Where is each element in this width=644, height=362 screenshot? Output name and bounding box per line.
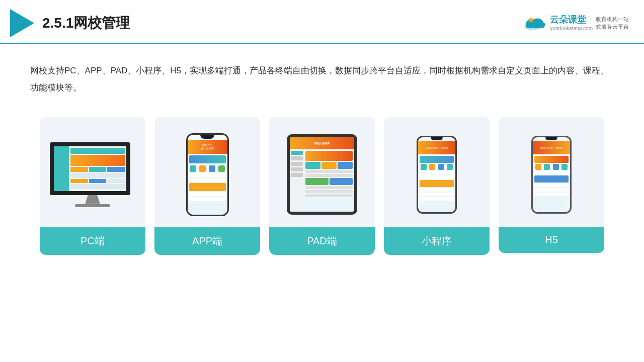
card-pad-image: 职场人的同课 xyxy=(269,127,375,222)
card-pc: PC端 xyxy=(40,117,145,255)
card-app-image: 职场人的第一堂同课 xyxy=(154,127,260,222)
brand-logo: 云朵课堂 yunduoketang.com 教育机构一站 式服务云平台 xyxy=(523,15,629,32)
cloud-icon xyxy=(523,15,547,31)
header-left: 2.5.1网校管理 xyxy=(10,9,130,37)
card-miniprogram: 职场人的第一堂同课 xyxy=(384,117,490,255)
brand-tagline: 教育机构一站 式服务云平台 xyxy=(596,16,629,31)
header-right: 云朵课堂 yunduoketang.com 教育机构一站 式服务云平台 xyxy=(523,15,629,32)
card-pad: 职场人的同课 xyxy=(269,117,375,255)
phone-app-icon: 职场人的第一堂同课 xyxy=(186,133,229,216)
tablet-pad-icon: 职场人的同课 xyxy=(287,134,357,215)
card-pc-image xyxy=(40,127,145,222)
brand-name: 云朵课堂 xyxy=(550,15,593,26)
card-h5-image: 职场人的第一堂同课 xyxy=(499,127,604,222)
logo-triangle-icon xyxy=(10,9,34,37)
card-h5: 职场人的第一堂同课 xyxy=(499,117,604,255)
description-paragraph: 网校支持PC、APP、PAD、小程序、H5，实现多端打通，产品各终端自由切换，数… xyxy=(30,62,614,97)
card-miniprogram-image: 职场人的第一堂同课 xyxy=(384,127,490,222)
description-text: 网校支持PC、APP、PAD、小程序、H5，实现多端打通，产品各终端自由切换，数… xyxy=(0,44,644,107)
header: 2.5.1网校管理 云朵课堂 yunduoketang.com 教育机构一站 式… xyxy=(0,0,644,44)
cards-container: PC端 职场人的第一堂同课 xyxy=(0,107,644,270)
pc-monitor-icon xyxy=(50,142,135,207)
page-title: 2.5.1网校管理 xyxy=(42,14,130,33)
card-h5-label: H5 xyxy=(499,227,604,253)
card-pad-label: PAD端 xyxy=(269,227,375,255)
svg-point-6 xyxy=(529,18,534,23)
card-pc-label: PC端 xyxy=(40,227,145,255)
card-app: 职场人的第一堂同课 xyxy=(154,117,260,255)
brand-url: yunduoketang.com xyxy=(550,26,593,32)
svg-rect-5 xyxy=(526,24,545,28)
phone-miniprogram-icon: 职场人的第一堂同课 xyxy=(417,136,457,214)
card-miniprogram-label: 小程序 xyxy=(384,227,490,255)
card-app-label: APP端 xyxy=(154,227,260,255)
brand-text: 云朵课堂 yunduoketang.com xyxy=(550,15,593,32)
phone-h5-icon: 职场人的第一堂同课 xyxy=(531,136,572,214)
